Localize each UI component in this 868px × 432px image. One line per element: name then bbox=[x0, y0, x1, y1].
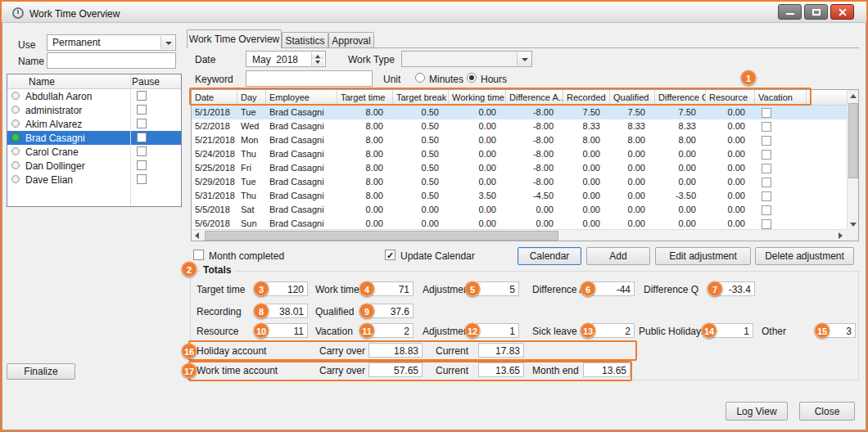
status-dot-icon bbox=[11, 133, 20, 142]
cell-vacation bbox=[755, 189, 807, 203]
vacation-checkbox[interactable] bbox=[762, 191, 771, 201]
cell-day: Mon bbox=[237, 133, 266, 147]
minimize-button[interactable] bbox=[778, 4, 802, 20]
month-completed-checkbox[interactable] bbox=[193, 250, 204, 260]
scroll-right-icon[interactable] bbox=[834, 230, 847, 241]
table-row[interactable]: 5/21/2018 Mon Brad Casagni 8.00 0.50 0.0… bbox=[192, 133, 847, 147]
col-header-date[interactable]: Date bbox=[192, 90, 237, 105]
pause-checkbox[interactable] bbox=[137, 119, 147, 128]
vacation-checkbox[interactable] bbox=[762, 164, 771, 173]
table-header-row[interactable]: Date Day Employee Target time Target bre… bbox=[192, 90, 847, 106]
vacation-checkbox[interactable] bbox=[762, 178, 771, 187]
vertical-scrollbar[interactable] bbox=[847, 90, 858, 231]
cell-working-time: 3.50 bbox=[449, 189, 506, 203]
status-dot-icon bbox=[11, 92, 20, 100]
col-header-employee[interactable]: Employee bbox=[266, 90, 337, 105]
table-row[interactable]: 5/24/2018 Thu Brad Casagni 8.00 0.50 0.0… bbox=[192, 147, 847, 161]
table-row[interactable]: 5/25/2018 Fri Brad Casagni 8.00 0.50 0.0… bbox=[192, 161, 847, 175]
table-row[interactable]: 5/5/2018 Sat Brad Casagni 0.00 0.00 0.00… bbox=[192, 203, 847, 217]
status-dot-icon bbox=[11, 147, 20, 155]
add-button[interactable]: Add bbox=[586, 247, 650, 265]
table-row[interactable]: 5/29/2018 Tue Brad Casagni 8.00 0.50 0.0… bbox=[192, 175, 847, 189]
table-row[interactable]: 5/31/2018 Thu Brad Casagni 8.00 0.50 3.5… bbox=[192, 189, 847, 203]
tab-approval[interactable]: Approval bbox=[328, 32, 374, 48]
chevron-down-icon[interactable] bbox=[517, 52, 531, 65]
tab-statistics[interactable]: Statistics bbox=[282, 32, 328, 48]
pause-checkbox[interactable] bbox=[137, 160, 147, 170]
scroll-up-icon[interactable] bbox=[848, 90, 858, 102]
delete-adjustment-button[interactable]: Delete adjustment bbox=[755, 247, 854, 265]
pause-checkbox[interactable] bbox=[137, 174, 147, 184]
date-picker[interactable]: May 2018 bbox=[246, 51, 326, 67]
maximize-button[interactable] bbox=[804, 4, 828, 20]
horizontal-scrollbar[interactable] bbox=[192, 229, 847, 241]
employee-list-item[interactable]: Carol Crane bbox=[7, 145, 181, 159]
col-header-recorded[interactable]: Recorded bbox=[563, 90, 610, 105]
vacation-checkbox[interactable] bbox=[762, 150, 771, 160]
keyword-input[interactable] bbox=[246, 70, 373, 87]
vscroll-thumb[interactable] bbox=[848, 103, 858, 178]
edit-adjustment-button[interactable]: Edit adjustment bbox=[655, 247, 751, 265]
scroll-left-icon[interactable] bbox=[192, 230, 204, 241]
tab-label: Statistics bbox=[285, 35, 324, 47]
col-header-vacation[interactable]: Vacation bbox=[755, 90, 807, 105]
log-view-button[interactable]: Log View bbox=[726, 402, 788, 421]
col-header-target-time[interactable]: Target time bbox=[337, 90, 393, 105]
calendar-button[interactable]: Calendar bbox=[518, 247, 581, 265]
employee-list-item[interactable]: Akim Alvarez bbox=[7, 117, 181, 131]
col-header-difference-q[interactable]: Difference Q bbox=[655, 90, 706, 105]
unit-hours-radio[interactable] bbox=[467, 73, 477, 83]
col-header-difference-a[interactable]: Difference A... bbox=[506, 90, 563, 105]
cell-working-time: 0.00 bbox=[449, 203, 506, 217]
vacation-checkbox[interactable] bbox=[762, 136, 771, 146]
col-header-qualified[interactable]: Qualified bbox=[610, 90, 655, 105]
name-input[interactable] bbox=[47, 52, 176, 69]
col-header-resource[interactable]: Resource bbox=[706, 90, 755, 105]
spin-down-icon[interactable] bbox=[312, 58, 324, 65]
titlebar[interactable]: Work Time Overview bbox=[2, 2, 866, 23]
chevron-down-icon[interactable] bbox=[160, 36, 174, 49]
cell-difference-q: 8.00 bbox=[655, 133, 706, 147]
cell-employee: Brad Casagni bbox=[266, 147, 337, 161]
vacation-checkbox[interactable] bbox=[762, 219, 771, 229]
close-button[interactable] bbox=[830, 4, 854, 20]
cell-vacation bbox=[755, 147, 807, 161]
public-holidays-label: Public Holidays bbox=[639, 326, 706, 337]
cell-recorded: 0.00 bbox=[563, 189, 610, 203]
pause-checkbox[interactable] bbox=[137, 133, 147, 142]
cell-qualified: 0.00 bbox=[610, 175, 655, 189]
vacation-checkbox[interactable] bbox=[762, 122, 771, 132]
employee-list-item[interactable]: Dan Dollinger bbox=[7, 159, 181, 173]
update-calendar-checkbox[interactable]: ✓ bbox=[385, 250, 396, 260]
finalize-button[interactable]: Finalize bbox=[7, 363, 75, 380]
date-spinner[interactable] bbox=[311, 52, 324, 65]
col-header-target-break[interactable]: Target break bbox=[393, 90, 449, 105]
unit-minutes-radio[interactable] bbox=[415, 73, 425, 83]
employee-list-item[interactable]: administrator bbox=[7, 103, 181, 117]
table-row[interactable]: 5/1/2018 Tue Brad Casagni 8.00 0.50 0.00… bbox=[192, 106, 847, 119]
pause-checkbox[interactable] bbox=[137, 91, 147, 101]
hscroll-thumb[interactable] bbox=[205, 231, 558, 241]
unit-label: Unit bbox=[383, 74, 400, 85]
pause-checkbox[interactable] bbox=[137, 105, 147, 115]
use-select[interactable]: Permanent bbox=[47, 34, 176, 51]
employee-list-item[interactable]: Dave Elian bbox=[7, 173, 181, 187]
month-completed-label: Month completed bbox=[209, 250, 284, 262]
work-current-value: 13.65 bbox=[478, 362, 524, 377]
annotation-badge: 6 bbox=[581, 281, 596, 297]
work-type-select[interactable] bbox=[401, 51, 532, 67]
cell-vacation bbox=[755, 203, 807, 217]
status-dot-icon bbox=[11, 119, 20, 128]
employee-list-item[interactable]: Abdullah Aaron bbox=[7, 89, 181, 103]
table-row[interactable]: 5/2/2018 Wed Brad Casagni 8.00 0.50 0.00… bbox=[192, 119, 847, 133]
close-dialog-button[interactable]: Close bbox=[799, 402, 855, 421]
tab-work-time-overview[interactable]: Work Time Overview bbox=[187, 29, 282, 48]
col-header-working-time[interactable]: Working time bbox=[449, 90, 506, 105]
pause-checkbox[interactable] bbox=[137, 146, 147, 156]
annotation-badge: 9 bbox=[359, 304, 375, 319]
vacation-checkbox[interactable] bbox=[762, 205, 771, 215]
employee-list[interactable]: Name Pause Abdullah Aaron administrator bbox=[7, 74, 182, 207]
employee-list-item[interactable]: Brad Casagni bbox=[7, 131, 181, 145]
vacation-checkbox[interactable] bbox=[762, 108, 771, 118]
col-header-day[interactable]: Day bbox=[237, 90, 266, 105]
